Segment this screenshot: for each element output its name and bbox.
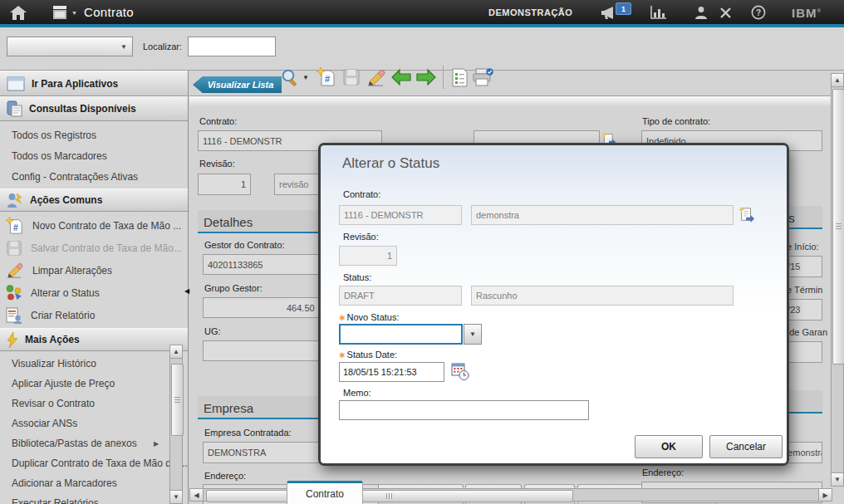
new-record-icon: #	[6, 217, 24, 235]
sidebar-header-more-actions[interactable]: Mais Ações	[0, 328, 188, 351]
view-list-button[interactable]: Visualizar Lista	[193, 76, 282, 93]
sidebar-action-clear-changes[interactable]: Limpar Alterações	[0, 259, 188, 281]
close-session-icon[interactable]	[715, 5, 735, 20]
dialog-contract-field[interactable]: 1116 - DEMONSTR	[339, 205, 462, 225]
application-window: ▼ Contrato DEMONSTRAÇÃO 1 ? IBM® ▼ Local…	[0, 0, 844, 504]
home-icon[interactable]	[8, 5, 28, 20]
reports-chart-icon[interactable]	[649, 5, 669, 20]
search-input[interactable]	[188, 37, 276, 56]
sidebar-action-associate-slas[interactable]: Associar ANSs	[0, 413, 188, 433]
sidebar-scrollbar[interactable]: ▲ ▼	[169, 345, 183, 504]
tab-content-top-strip	[189, 96, 831, 107]
manager-group-label: Grupo Gestor:	[204, 283, 263, 293]
svg-text:?: ?	[756, 8, 761, 17]
sidebar-header-label: Mais Ações	[25, 334, 80, 345]
sidebar-action-save-contract: Salvar Contrato de Taxa de Mão...	[0, 237, 188, 259]
help-icon[interactable]: ?	[748, 5, 768, 20]
save-icon	[6, 240, 22, 257]
dialog-contract-label: Contrato:	[343, 189, 380, 199]
dialog-detail-menu-icon[interactable]	[738, 206, 755, 228]
new-status-input[interactable]	[339, 324, 463, 345]
create-report-icon	[6, 307, 22, 324]
sidebar-header-available-queries[interactable]: Consultas Disponíveis	[0, 96, 188, 121]
app-title: Contrato	[84, 5, 134, 19]
calendar-picker-icon[interactable]	[451, 362, 469, 384]
dialog-revision-label: Revisão:	[343, 232, 379, 242]
status-date-input[interactable]	[339, 362, 444, 382]
application-window-icon	[7, 76, 25, 91]
sidebar-header-label: Ir Para Aplicativos	[32, 78, 118, 90]
tab-contrato[interactable]: Contrato	[287, 481, 363, 504]
sidebar-header-common-actions[interactable]: Ações Comuns	[0, 188, 188, 212]
sidebar-header-label: Consultas Disponíveis	[29, 103, 136, 115]
main-scroll-up-button[interactable]: ▲	[831, 73, 844, 87]
address-label: Endereço:	[204, 471, 246, 481]
change-status-icon	[6, 285, 22, 301]
dialog-status-description-field[interactable]: Rascunho	[471, 286, 734, 306]
required-marker-icon: ✱	[339, 351, 346, 360]
dialog-title: Alterar o Status	[342, 155, 439, 172]
application-toolbar: ▼ Localizar: ▼ #	[0, 27, 844, 71]
sidebar-scroll-down-button[interactable]: ▼	[169, 490, 183, 504]
sidebar-action-revise-contract[interactable]: Revisar o Contrato	[0, 394, 188, 413]
new-status-dropdown-button[interactable]: ▼	[464, 324, 482, 345]
cancel-button[interactable]: Cancelar	[709, 435, 783, 458]
sidebar-item-active-contracts-query[interactable]: Config - Contratações Ativas	[0, 166, 188, 187]
main-horizontal-scrollbar-thumb[interactable]	[206, 490, 573, 502]
contract-manager-label: Gestor do Contrato:	[204, 240, 285, 250]
common-actions-icon	[7, 192, 23, 208]
sidebar-action-view-history[interactable]: Visualizar Histórico	[0, 354, 188, 374]
sidebar-item-all-records[interactable]: Todos os Registros	[0, 125, 188, 145]
contract-type-label: Tipo de contrato:	[642, 116, 710, 126]
main-scroll-right-button[interactable]: ▶	[818, 488, 832, 502]
sidebar-item-go-to-applications[interactable]: Ir Para Aplicativos	[0, 71, 188, 96]
main-scroll-down-button[interactable]: ▼	[831, 472, 844, 487]
main-scroll-left-button[interactable]: ◀	[189, 488, 204, 502]
right-address-label: Endereço:	[642, 467, 684, 477]
sidebar-action-new-contract[interactable]: # Novo Contrato de Taxa de Mão ...	[0, 214, 188, 237]
main-vertical-scrollbar-thumb[interactable]	[832, 89, 844, 365]
sidebar-navigation: Ir Para Aplicativos Consultas Disponívei…	[0, 71, 189, 504]
sidebar-action-duplicate-contract[interactable]: Duplicar Contrato de Taxa de Mão de ...	[0, 453, 188, 473]
sidebar-action-run-reports[interactable]: Executar Relatórios	[0, 493, 188, 504]
sidebar-action-apply-price-adjustment[interactable]: Aplicar Ajuste de Preço	[0, 374, 188, 394]
record-select-caret: ▼	[115, 43, 132, 51]
top-navigation-bar: ▼ Contrato DEMONSTRAÇÃO 1 ? IBM®	[0, 0, 844, 27]
sidebar-scrollbar-thumb[interactable]	[171, 364, 184, 436]
environment-label: DEMONSTRAÇÃO	[488, 7, 572, 17]
revision-field[interactable]: 1	[198, 174, 251, 195]
submenu-arrow-icon: ▶	[154, 440, 159, 448]
dialog-status-date-label: ✱Status Date:	[339, 350, 397, 360]
sidebar-action-change-status[interactable]: Alterar o Status	[0, 281, 188, 304]
profile-icon[interactable]	[691, 5, 711, 20]
sidebar-action-attachment-library[interactable]: Biblioteca/Pastas de anexos ▶	[0, 433, 188, 453]
applications-menu-icon[interactable]: ▼	[50, 5, 78, 20]
sidebar-item-all-bookmarks[interactable]: Todos os Marcadores	[0, 145, 188, 166]
ibm-logo: IBM®	[792, 6, 822, 20]
sidebar-scroll-up-button[interactable]: ▲	[169, 345, 183, 359]
find-label: Localizar:	[143, 42, 182, 51]
more-actions-icon	[7, 332, 18, 348]
dialog-new-status-label: ✱Novo Status:	[339, 312, 400, 322]
dialog-revision-field[interactable]: 1	[339, 246, 397, 266]
contracted-company-label: Empresa Contratada:	[204, 428, 292, 438]
queries-icon	[7, 100, 22, 117]
record-select-combo[interactable]: ▼	[7, 37, 133, 56]
sidebar-action-add-to-bookmarks[interactable]: Adicionar a Marcadores	[0, 473, 188, 493]
sidebar-action-create-report[interactable]: Criar Relatório	[0, 304, 188, 326]
memo-input[interactable]	[339, 400, 589, 420]
main-vertical-scrollbar[interactable]: ▲ ▼	[831, 73, 844, 487]
change-status-dialog: Alterar o Status Contrato: 1116 - DEMONS…	[318, 143, 789, 466]
dialog-contract-description-field[interactable]: demonstra	[471, 205, 734, 225]
contract-label: Contrato:	[199, 116, 237, 126]
sidebar-header-label: Ações Comuns	[30, 194, 102, 206]
ug-label: UG:	[204, 326, 221, 336]
applications-menu-caret: ▼	[71, 10, 77, 16]
notification-badge: 1	[616, 2, 631, 15]
dialog-memo-label: Memo:	[343, 388, 371, 398]
svg-text:#: #	[13, 223, 18, 232]
dialog-status-field[interactable]: DRAFT	[339, 286, 462, 306]
required-marker-icon: ✱	[339, 314, 346, 322]
tab-bar	[189, 71, 831, 96]
ok-button[interactable]: OK	[635, 435, 703, 458]
